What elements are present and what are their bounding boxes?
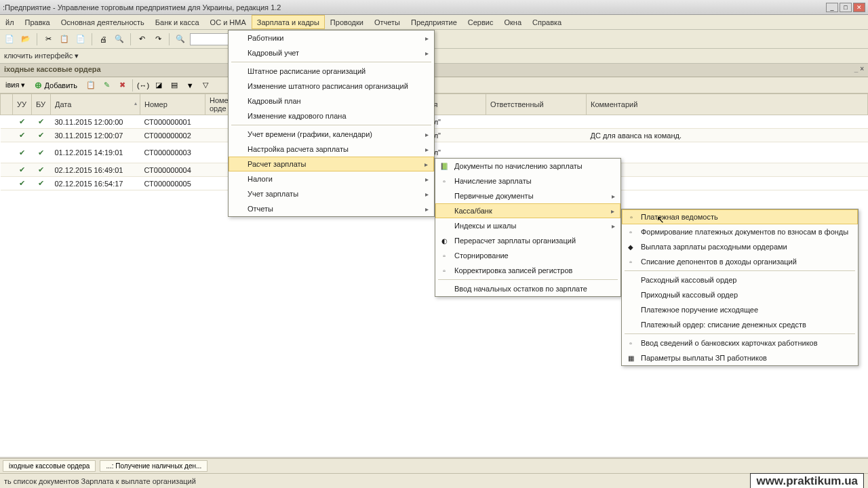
- window-title: :Предприятие - Управление торговым предп…: [3, 3, 281, 12]
- new-file-icon[interactable]: 📄: [3, 33, 16, 46]
- menuitem-документы-по-начислению-зарпла[interactable]: 📗Документы по начислению зарплаты: [435, 159, 620, 174]
- funnel-icon[interactable]: ▼: [183, 79, 197, 92]
- menuitem-label: Платежный ордер: списание денежных средс…: [641, 321, 806, 329]
- menuitem-приходный-кассовый-ордер[interactable]: Приходный кассовый ордер: [622, 287, 858, 302]
- menuitem-корректировка-записей-регистро[interactable]: ▫Корректировка записей регистров: [435, 263, 620, 278]
- menu-окна[interactable]: Окна: [498, 15, 527, 29]
- menuitem-icon: ▫: [439, 176, 449, 186]
- menuitem-работники[interactable]: Работники: [229, 30, 434, 45]
- col-БУ[interactable]: БУ: [32, 94, 51, 115]
- kassa-bank-submenu: ▫Платежная ведомость▫Формирование платеж…: [621, 209, 859, 366]
- menuitem-перерасчет-зарплаты-организаци[interactable]: ◐Перерасчет зарплаты организаций: [435, 233, 620, 248]
- menuitem-ввод-начальных-остатков-по-зар[interactable]: Ввод начальных остатков по зарплате: [435, 281, 620, 296]
- salary-calc-submenu: 📗Документы по начислению зарплаты▫Начисл…: [435, 158, 621, 297]
- preview-icon[interactable]: 🔍: [113, 33, 126, 46]
- salary-menu-dropdown: РаботникиКадровый учетШтатное расписание…: [228, 30, 435, 217]
- menu-зарплата-и-кадры[interactable]: Зарплата и кадры: [252, 15, 325, 29]
- menuitem-кадровый-план[interactable]: Кадровый план: [229, 94, 434, 108]
- filter-icon[interactable]: ◪: [152, 79, 165, 92]
- status-bar: іходные кассовые ордера...: Получение на…: [0, 458, 868, 473]
- title-bar: :Предприятие - Управление торговым предп…: [0, 0, 868, 15]
- menuitem-ввод-сведений-о-банковских-кар[interactable]: ▫Ввод сведений о банковских карточках ра…: [622, 336, 858, 350]
- doc-close-icon[interactable]: _ ×: [854, 65, 864, 73]
- menuitem-label: Расходный кассовый ордер: [641, 276, 736, 284]
- menu-предприятие[interactable]: Предприятие: [406, 15, 462, 29]
- cut-icon[interactable]: ✂: [41, 33, 55, 46]
- menu-йл[interactable]: йл: [0, 15, 20, 29]
- menu-справка[interactable]: Справка: [527, 15, 567, 29]
- menuitem-расходный-кассовый-ордер[interactable]: Расходный кассовый ордер: [622, 272, 858, 287]
- close-button[interactable]: ✕: [853, 3, 865, 12]
- menuitem-учет-зарплаты[interactable]: Учет зарплаты: [229, 186, 434, 201]
- menuitem-штатное-расписание-организаций[interactable]: Штатное расписание организаций: [229, 64, 434, 79]
- menu-банк-и-касса[interactable]: Банк и касса: [150, 15, 205, 29]
- menu-основная-деятельность[interactable]: Основная деятельность: [56, 15, 150, 29]
- col-Комментарий[interactable]: Комментарий: [587, 94, 868, 115]
- menuitem-icon: ▫: [626, 227, 635, 237]
- menuitem-платежная-ведомость[interactable]: ▫Платежная ведомость: [622, 209, 858, 224]
- menu-проводки[interactable]: Проводки: [325, 15, 369, 29]
- menuitem-label: Индексы и шкалы: [454, 222, 516, 230]
- menuitem-изменение-кадрового-плана[interactable]: Изменение кадрового плана: [229, 108, 434, 123]
- col-icon[interactable]: [1, 94, 13, 115]
- menuitem-label: Изменение кадрового плана: [248, 112, 347, 120]
- delete-icon[interactable]: ✖: [115, 79, 129, 92]
- menuitem-сторнирование[interactable]: ▫Сторнирование: [435, 248, 620, 263]
- menuitem-учет-времени-графики-календари[interactable]: Учет времени (графики, календари): [229, 127, 434, 142]
- funnel-off-icon[interactable]: ▽: [199, 79, 212, 92]
- menuitem-первичные-документы[interactable]: Первичные документы: [435, 188, 620, 203]
- print-icon[interactable]: 🖨: [96, 33, 110, 46]
- menu-отчеты[interactable]: Отчеты: [369, 15, 406, 29]
- menuitem-icon: ▫: [439, 266, 449, 275]
- document-title: іходные кассовые ордера: [4, 65, 101, 73]
- col-Номер[interactable]: Номер: [140, 94, 205, 115]
- menuitem-списание-депонентов-в-доходы-о[interactable]: ▫Списание депонентов в доходы организаци…: [622, 254, 858, 269]
- menu-правка[interactable]: Правка: [20, 15, 56, 29]
- url-watermark: www.praktikum.ua: [750, 473, 864, 489]
- menuitem-формирование-платежных-докумен[interactable]: ▫Формирование платежных документов по вз…: [622, 224, 858, 239]
- menuitem-label: Учет времени (графики, календари): [248, 130, 372, 138]
- menuitem-изменение-штатного-расписания-[interactable]: Изменение штатного расписания организаци…: [229, 79, 434, 94]
- menuitem-начисление-зарплаты[interactable]: ▫Начисление зарплаты: [435, 174, 620, 188]
- maximize-button[interactable]: □: [840, 3, 852, 12]
- menuitem-платежное-поручение-исходящее[interactable]: Платежное поручение исходящее: [622, 302, 858, 317]
- menuitem-label: Документы по начислению зарплаты: [454, 162, 583, 170]
- menuitem-настройка-расчета-зарплаты[interactable]: Настройка расчета зарплаты: [229, 142, 434, 157]
- menuitem-кадровый-учет[interactable]: Кадровый учет: [229, 45, 434, 60]
- copy-row-icon[interactable]: 📋: [84, 79, 98, 92]
- edit-icon[interactable]: ✎: [100, 79, 113, 92]
- add-button[interactable]: ⊕ Добавить: [30, 79, 82, 92]
- col-УУ[interactable]: УУ: [13, 94, 32, 115]
- status-tab[interactable]: ...: Получение наличных ден...: [100, 460, 208, 472]
- undo-icon[interactable]: ↶: [135, 33, 149, 46]
- menuitem-label: Кадровый план: [248, 97, 301, 105]
- open-file-icon[interactable]: 📂: [19, 33, 33, 46]
- menuitem-label: Ввод начальных остатков по зарплате: [454, 285, 587, 293]
- sort-icon-tb[interactable]: ▤: [167, 79, 181, 92]
- menuitem-label: Отчеты: [248, 205, 273, 213]
- menuitem-label: Корректировка записей регистров: [454, 266, 572, 274]
- menuitem-label: Параметры выплаты ЗП работников: [641, 354, 767, 362]
- col-Дата[interactable]: Дата▴: [51, 94, 140, 115]
- redo-icon[interactable]: ↷: [151, 33, 165, 46]
- actions-dropdown[interactable]: івия ▾: [3, 81, 28, 89]
- menu-сервис[interactable]: Сервис: [462, 15, 499, 29]
- menuitem-касса-банк[interactable]: Касса/банк: [435, 203, 620, 218]
- minimize-button[interactable]: _: [826, 3, 838, 12]
- menuitem-индексы-и-шкалы[interactable]: Индексы и шкалы: [435, 218, 620, 233]
- menuitem-label: Штатное расписание организаций: [248, 67, 366, 75]
- copy-icon[interactable]: 📋: [58, 33, 71, 46]
- menuitem-параметры-выплаты-зп-работнико[interactable]: ▦Параметры выплаты ЗП работников: [622, 350, 858, 365]
- menuitem-выплата-зарплаты-расходными-ор[interactable]: ◆Выплата зарплаты расходными ордерами: [622, 239, 858, 254]
- paste-icon[interactable]: 📄: [74, 33, 87, 46]
- menuitem-налоги[interactable]: Налоги: [229, 171, 434, 186]
- search-icon[interactable]: 🔍: [174, 33, 187, 46]
- menuitem-расчет-зарплаты[interactable]: Расчет зарплаты: [229, 157, 434, 171]
- menu-ос-и-нма[interactable]: ОС и НМА: [205, 15, 252, 29]
- menuitem-отчеты[interactable]: Отчеты: [229, 201, 434, 216]
- menuitem-платежный-ордер-списание-денеж[interactable]: Платежный ордер: списание денежных средс…: [622, 317, 858, 332]
- col-Ответственный[interactable]: Ответственный: [486, 94, 587, 115]
- status-tab[interactable]: іходные кассовые ордера: [3, 460, 96, 472]
- menuitem-icon: ▫: [626, 338, 635, 348]
- refresh-icon[interactable]: (↔): [136, 79, 150, 92]
